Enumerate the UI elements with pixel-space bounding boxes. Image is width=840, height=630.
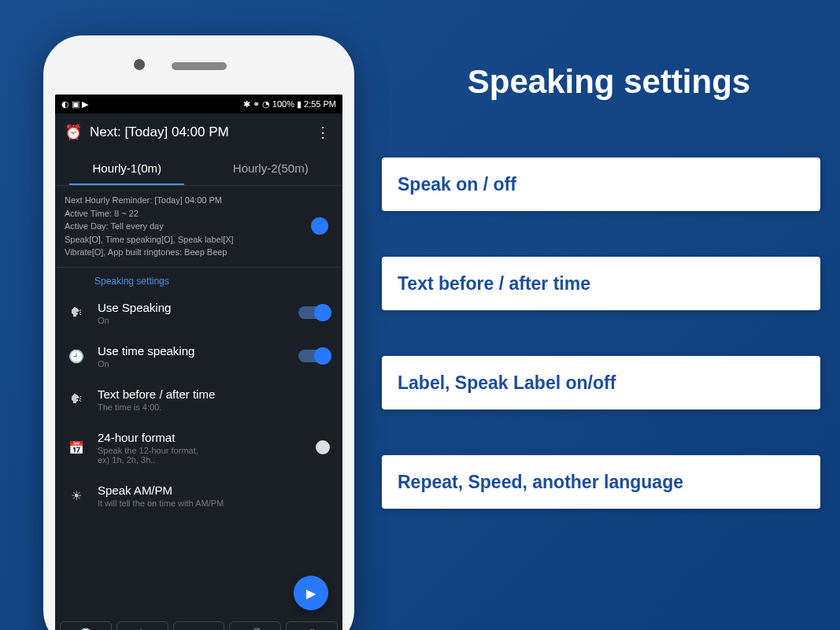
nav-clock[interactable]: 🕘 bbox=[60, 621, 112, 630]
setting-title: 24-hour format bbox=[98, 431, 303, 444]
switch-use-time-speaking[interactable] bbox=[298, 350, 330, 362]
bottom-nav: 🕘 🗣 ♪ 🔊 ˅ bbox=[55, 618, 342, 630]
appbar-title: Next: [Today] 04:00 PM bbox=[90, 124, 313, 140]
app-bar: ⏰ Next: [Today] 04:00 PM ⋮ bbox=[55, 113, 342, 151]
setting-speak-ampm[interactable]: ☀ Speak AM/PM It will tell the on time w… bbox=[55, 474, 342, 517]
setting-use-speaking[interactable]: 🗣 Use Speaking On bbox=[55, 291, 342, 335]
info-line: Active Day: Tell every day bbox=[65, 220, 333, 233]
setting-title: Text before / after time bbox=[98, 387, 330, 401]
setting-sub: Speak the 12-hour format, ex) 1h, 2h, 3h… bbox=[98, 446, 303, 465]
info-line: Next Hourly Reminder: [Today] 04:00 PM bbox=[65, 194, 333, 207]
phone-speaker bbox=[172, 62, 227, 70]
info-line: Vibrate[O], App built ringtones: Beep Be… bbox=[65, 246, 333, 259]
setting-sub: On bbox=[98, 359, 286, 369]
setting-24h-format[interactable]: 📅 24-hour format Speak the 12-hour forma… bbox=[55, 421, 342, 474]
brightness-icon: ☀ bbox=[68, 488, 85, 503]
promo-card-2: Text before / after time bbox=[382, 257, 820, 310]
setting-sub: It will tell the on time with AM/PM bbox=[98, 498, 330, 508]
nav-music[interactable]: ♪ bbox=[173, 621, 225, 630]
setting-title: Speak AM/PM bbox=[98, 484, 330, 497]
phone-screen: ◐ ▣ ▶ ✱ ⚭ ◔ 100% ▮ 2:55 PM ⏰ Next: [Toda… bbox=[55, 94, 342, 630]
status-right: ✱ ⚭ ◔ 100% ▮ 2:55 PM bbox=[243, 99, 336, 109]
nav-volume[interactable]: 🔊 bbox=[229, 621, 281, 630]
setting-title: Use Speaking bbox=[98, 301, 286, 314]
info-active-dot[interactable] bbox=[311, 217, 328, 235]
status-left-icons: ◐ ▣ ▶ bbox=[61, 99, 88, 109]
calendar-icon: 📅 bbox=[68, 440, 85, 455]
setting-text-before-after[interactable]: 🗣 Text before / after time The time is 4… bbox=[55, 378, 342, 421]
tab-hourly-2[interactable]: Hourly-2(50m) bbox=[199, 151, 343, 185]
speak-icon: 🗣 bbox=[68, 306, 85, 320]
setting-title: Use time speaking bbox=[98, 344, 286, 358]
promo-card-4: Repeat, Speed, another language bbox=[382, 455, 820, 509]
promo-card-3: Label, Speak Label on/off bbox=[382, 356, 820, 410]
play-fab[interactable]: ▶ bbox=[294, 576, 328, 610]
clock-icon: 🕘 bbox=[68, 349, 85, 364]
switch-use-speaking[interactable] bbox=[298, 306, 330, 319]
info-line: Active Time: 8 ~ 22 bbox=[65, 207, 333, 220]
tab-hourly-1[interactable]: Hourly-1(0m) bbox=[55, 151, 199, 185]
phone-frame: ◐ ▣ ▶ ✱ ⚭ ◔ 100% ▮ 2:55 PM ⏰ Next: [Toda… bbox=[43, 35, 354, 630]
nav-speak[interactable]: 🗣 bbox=[117, 621, 168, 630]
setting-use-time-speaking[interactable]: 🕘 Use time speaking On bbox=[55, 335, 342, 378]
phone-camera bbox=[134, 59, 145, 70]
promo-title: Speaking settings bbox=[409, 63, 809, 101]
status-bar: ◐ ▣ ▶ ✱ ⚭ ◔ 100% ▮ 2:55 PM bbox=[55, 94, 342, 113]
play-icon: ▶ bbox=[306, 586, 316, 601]
nav-more[interactable]: ˅ bbox=[286, 621, 338, 630]
info-card[interactable]: Next Hourly Reminder: [Today] 04:00 PM A… bbox=[55, 186, 342, 268]
radio-24h[interactable] bbox=[316, 440, 330, 454]
tab-bar: Hourly-1(0m) Hourly-2(50m) bbox=[55, 151, 342, 186]
promo-card-1: Speak on / off bbox=[382, 158, 820, 211]
section-header: Speaking settings bbox=[55, 268, 342, 291]
speak-icon: 🗣 bbox=[68, 392, 85, 406]
alarm-icon: ⏰ bbox=[65, 124, 82, 141]
info-line: Speak[O], Time speaking[O], Speak label[… bbox=[65, 233, 333, 246]
setting-sub: The time is 4:00. bbox=[98, 402, 330, 412]
more-icon[interactable]: ⋮ bbox=[313, 124, 333, 141]
setting-sub: On bbox=[98, 316, 286, 325]
